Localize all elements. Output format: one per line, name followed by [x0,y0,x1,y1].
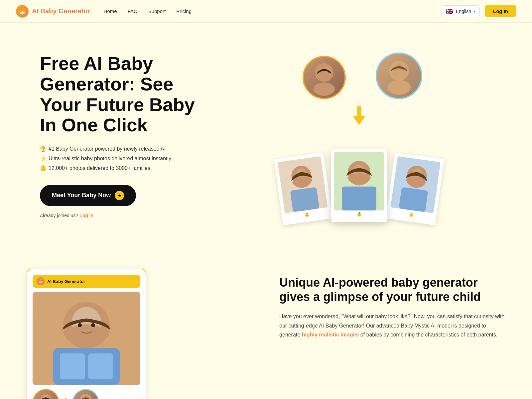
hero-illustration: 👶 👶 [213,49,505,222]
baby-icon: 👶 [40,165,47,172]
chevron-down-icon: ▾ [474,9,475,13]
hero-bullets: 🏆 #1 Baby Generator powered by newly rel… [40,146,213,172]
section2: 🐣 AI Baby Generator [0,249,532,399]
baby-photo-right: 👶 [386,153,444,225]
bullet-3: 👶 12,000+ photos delivered to 3000+ fami… [40,165,213,172]
app-mockup-container: 🐣 AI Baby Generator [27,269,253,399]
hero-content: Free AI Baby Generator: See Your Future … [40,53,213,218]
baby-photo-left: 👶 [274,153,332,225]
svg-rect-18 [342,187,376,210]
nav-support[interactable]: Support [148,8,166,14]
svg-rect-32 [60,353,85,379]
flag-icon: 🇬🇧 [446,8,453,15]
logo-text: AI Baby Generator [32,7,90,15]
section2-heading: Unique AI-powered baby generator gives a… [279,275,505,304]
svg-rect-33 [88,353,113,379]
app-logo-small: 🐣 [37,277,45,285]
app-mockup-header: 🐣 AI Baby Generator [33,275,140,288]
parent-small-group: ✛ [33,389,140,399]
section2-text-content: Unique AI-powered baby generator gives a… [279,269,505,343]
login-link[interactable]: Log in [79,213,93,218]
nav-home[interactable]: Home [104,8,117,14]
cta-label: Meet Your Baby Now [52,192,111,199]
hero-title: Free AI Baby Generator: See Your Future … [40,53,213,135]
parent-mom-circle [303,56,346,99]
baby-photo-center: 👶 [331,149,387,222]
arrow-right-icon: ➜ [115,191,124,200]
bullet-2: ⚡ Ultra-realistic baby photos delivered … [40,156,213,162]
already-joined-text: Already joined us? Log in [40,213,213,218]
parent-dad-circle [376,53,422,99]
trophy-icon: 🏆 [40,146,47,152]
highlight-link[interactable]: highly realistic images [302,332,359,337]
app-mockup: 🐣 AI Baby Generator [27,269,146,399]
parent-sm-dad [72,389,99,399]
nav-faq[interactable]: FAQ [128,8,138,14]
bullet-1: 🏆 #1 Baby Generator powered by newly rel… [40,146,213,152]
logo-icon: 🐣 [16,5,29,18]
baby-photos-group: 👶 👶 [278,149,440,222]
svg-text:👶: 👶 [357,212,362,217]
svg-rect-24 [399,187,428,212]
svg-rect-12 [290,187,319,212]
illustration-container: 👶 👶 [283,49,436,222]
svg-point-29 [78,323,82,327]
arrow-down-icon [352,106,366,125]
navigation: 🐣 AI Baby Generator Home FAQ Support Pri… [0,0,532,23]
svg-point-30 [91,323,95,327]
nav-links: Home FAQ Support Pricing [104,8,192,14]
logo[interactable]: 🐣 AI Baby Generator [16,5,90,18]
cta-button[interactable]: Meet Your Baby Now ➜ [40,185,136,206]
login-button[interactable]: Log In [485,5,516,17]
app-title-small: AI Baby Generator [47,279,85,284]
language-selector[interactable]: 🇬🇧 English ▾ [442,5,480,17]
nav-pricing[interactable]: Pricing [176,8,192,14]
nav-right: 🇬🇧 English ▾ Log In [442,5,516,17]
svg-point-7 [387,80,411,95]
section2-paragraph: Have you ever wondered, "What will our b… [279,312,505,339]
parent-sm-mom [33,389,59,399]
svg-point-4 [314,82,335,96]
logo-emoji: 🐣 [19,8,26,15]
lightning-icon: ⚡ [40,156,47,162]
nav-left: 🐣 AI Baby Generator Home FAQ Support Pri… [16,5,192,18]
language-label: English [456,9,471,14]
baby-main-image [33,292,140,385]
hero-section: Free AI Baby Generator: See Your Future … [0,23,532,249]
